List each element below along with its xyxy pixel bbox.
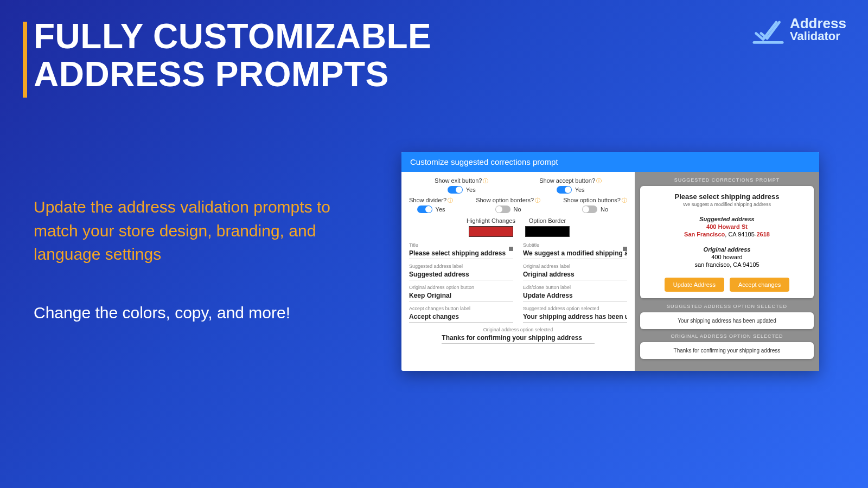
- swatch-highlight: Highlight Changes: [467, 217, 515, 237]
- field-title-label: Title: [409, 242, 513, 248]
- color-icon[interactable]: [509, 247, 513, 251]
- toggle-accept: Show accept button?ⓘ Yes: [539, 177, 602, 194]
- toggle-buttons-label: Show option buttons?: [563, 197, 621, 203]
- field-suggested-label: Suggested address label: [409, 264, 513, 280]
- info-icon: ⓘ: [448, 197, 453, 203]
- swatch-highlight-label: Highlight Changes: [467, 217, 515, 224]
- brand-text-2: Validator: [790, 30, 846, 42]
- field-original-label: Original address label: [523, 264, 627, 280]
- toggle-buttons-switch[interactable]: [582, 206, 597, 213]
- preview-original-line2: san francisco, CA 94105: [648, 261, 806, 268]
- brand-icon: [752, 13, 784, 46]
- field-edit-btn-label: Edit/close button label: [523, 285, 627, 290]
- info-icon: ⓘ: [596, 178, 602, 184]
- panel-header: Customize suggested corrections prompt: [401, 152, 819, 172]
- brand-logo: Address Validator: [752, 13, 846, 46]
- preview-selected-heading: SUGGESTED ADDRESS OPTION SELECTED: [640, 304, 814, 309]
- field-title-input[interactable]: [409, 248, 513, 259]
- toggle-buttons: Show option buttons?ⓘ No: [563, 197, 627, 213]
- field-suggested-selected-input[interactable]: [523, 311, 627, 323]
- field-edit-btn-input[interactable]: [523, 290, 627, 301]
- preview-update-button[interactable]: Update Address: [665, 278, 724, 292]
- field-original-label-label: Original address label: [523, 264, 627, 269]
- settings-form: Show exit button?ⓘ Yes Show accept butto…: [401, 172, 635, 371]
- toggle-exit-value: Yes: [466, 187, 476, 193]
- preview-original-line1: 400 howard: [648, 254, 806, 260]
- swatch-highlight-color[interactable]: [469, 226, 513, 237]
- field-suggested-label-label: Suggested address label: [409, 264, 513, 269]
- field-original-btn: Original address option button: [409, 285, 513, 301]
- preview-suggested-rest: , CA 94105-: [725, 231, 756, 237]
- field-accept-btn-label: Accept changes button label: [409, 306, 513, 311]
- preview-original-msg: Thanks for confirming your shipping addr…: [640, 342, 814, 359]
- field-title: Title: [409, 242, 513, 259]
- toggle-borders-value: No: [514, 206, 521, 213]
- hero-title: FULLY CUSTOMIZABLE ADDRESS PROMPTS: [34, 17, 431, 94]
- field-subtitle: Subtitle: [523, 242, 627, 259]
- preview-selected-msg: Your shipping address has been updated: [640, 312, 814, 329]
- toggle-accept-value: Yes: [575, 187, 585, 193]
- field-suggested-selected-label: Suggested address option selected: [523, 306, 627, 311]
- field-original-btn-input[interactable]: [409, 290, 513, 301]
- field-original-selected: Original address option selected: [409, 327, 627, 344]
- field-original-btn-label: Original address option button: [409, 285, 513, 290]
- preview-original-label: Original address: [648, 246, 806, 253]
- preview-card-title: Please select shipping address: [648, 192, 806, 201]
- field-accept-btn-input[interactable]: [409, 311, 513, 323]
- field-edit-btn: Edit/close button label: [523, 285, 627, 301]
- swatch-border: Option Border: [525, 217, 570, 237]
- preview-suggested-label: Suggested address: [648, 216, 806, 222]
- field-subtitle-input[interactable]: [523, 248, 627, 259]
- field-suggested-label-input[interactable]: [409, 269, 513, 280]
- hero-title-line1: FULLY CUSTOMIZABLE: [34, 17, 431, 56]
- hero-title-line2: ADDRESS PROMPTS: [34, 55, 389, 94]
- field-original-selected-label: Original address option selected: [483, 327, 553, 332]
- info-icon: ⓘ: [622, 197, 627, 203]
- preview-prompt-heading: SUGGESTED CORRECTIONS PROMPT: [640, 177, 814, 183]
- toggle-divider-value: Yes: [436, 206, 445, 213]
- preview-pane: SUGGESTED CORRECTIONS PROMPT Please sele…: [635, 172, 819, 371]
- info-icon: ⓘ: [483, 178, 488, 184]
- preview-original-heading: ORIGINAL ADDRESS OPTION SELECTED: [640, 333, 814, 339]
- toggle-borders-label: Show option borders?: [476, 197, 534, 203]
- toggle-buttons-value: No: [601, 206, 608, 213]
- toggle-exit: Show exit button?ⓘ Yes: [435, 177, 488, 194]
- preview-suggested-city: San Francisco: [684, 231, 725, 237]
- swatch-border-label: Option Border: [529, 217, 566, 224]
- toggle-exit-label: Show exit button?: [435, 177, 482, 184]
- swatch-border-color[interactable]: [525, 226, 570, 237]
- toggle-borders-switch[interactable]: [495, 206, 510, 213]
- toggle-exit-switch[interactable]: [448, 186, 463, 194]
- hero-subhead: Update the address validation prompts to…: [34, 195, 348, 266]
- toggle-divider-switch[interactable]: [417, 206, 432, 213]
- preview-suggested-zip: 2618: [756, 231, 769, 237]
- field-original-selected-input[interactable]: [442, 332, 594, 344]
- brand-text-1: Address: [790, 16, 846, 30]
- toggle-divider: Show divider?ⓘ Yes: [409, 197, 453, 213]
- preview-prompt-card: Please select shipping address We sugges…: [640, 186, 814, 298]
- info-icon: ⓘ: [535, 197, 540, 203]
- field-subtitle-label: Subtitle: [523, 242, 627, 248]
- toggle-accept-label: Show accept button?: [539, 177, 595, 184]
- settings-panel: Customize suggested corrections prompt S…: [401, 152, 819, 371]
- hero-subhead2: Change the colors, copy, and more!: [34, 304, 290, 322]
- toggle-accept-switch[interactable]: [557, 186, 572, 194]
- field-original-label-input[interactable]: [523, 269, 627, 280]
- field-accept-btn: Accept changes button label: [409, 306, 513, 323]
- color-icon[interactable]: [623, 247, 627, 251]
- preview-suggested-line1: 400 Howard St: [706, 223, 748, 230]
- preview-accept-button[interactable]: Accept changes: [730, 278, 789, 292]
- toggle-borders: Show option borders?ⓘ No: [476, 197, 540, 213]
- field-suggested-selected: Suggested address option selected: [523, 306, 627, 323]
- toggle-divider-label: Show divider?: [409, 197, 446, 203]
- accent-bar: [23, 22, 27, 98]
- preview-card-subtitle: We suggest a modified shipping address: [648, 202, 806, 207]
